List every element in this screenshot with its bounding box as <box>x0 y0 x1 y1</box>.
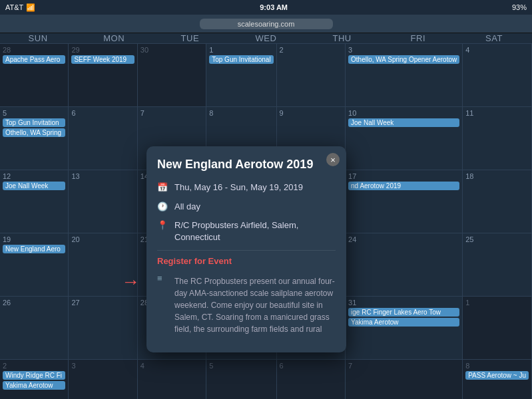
date-9: 9 <box>280 109 342 117</box>
cal-cell-7b[interactable]: 7 <box>346 360 463 399</box>
cal-cell-6b[interactable]: 6 <box>277 360 346 399</box>
cal-cell-4b[interactable]: 4 <box>138 360 206 399</box>
date-4: 4 <box>465 46 529 54</box>
popup-date-row: 📅 Thu, May 16 - Sun, May 19, 2019 <box>157 182 336 194</box>
cal-cell-29a[interactable]: 29 SEFF Week 2019 <box>69 44 137 107</box>
event-apache-pass[interactable]: Apache Pass Aero <box>3 55 65 64</box>
cal-cell-18[interactable]: 18 <box>463 170 532 233</box>
popup-time-row: 🕐 All day <box>157 201 336 213</box>
popup-date: Thu, May 16 - Sun, May 19, 2019 <box>174 182 303 194</box>
event-othello-5[interactable]: Othello, WA Spring <box>3 128 65 137</box>
status-bar: AT&T 📶 9:03 AM 93% <box>0 0 532 15</box>
register-arrow: → <box>121 271 140 293</box>
cal-cell-3b[interactable]: 3 <box>69 360 137 399</box>
cal-cell-5[interactable]: 5 Top Gun Invitation Othello, WA Spring <box>0 107 69 170</box>
event-new-england-19[interactable]: New England Aero <box>3 245 65 253</box>
header-fri: Fri <box>380 33 456 43</box>
date-10: 10 <box>348 109 459 117</box>
address-bar: scalesoaring.com <box>0 15 532 33</box>
date-7b: 7 <box>348 362 459 370</box>
cal-cell-6[interactable]: 6 <box>69 107 137 170</box>
date-17: 17 <box>348 172 459 180</box>
popup-description: The RC Propbusters present our annual fo… <box>174 275 336 335</box>
url-field[interactable]: scalesoaring.com <box>200 19 333 29</box>
date-3: 3 <box>348 46 459 54</box>
cal-cell-10[interactable]: 10 Joe Nall Week <box>346 107 463 170</box>
status-time: 9:03 AM <box>260 3 288 11</box>
event-top-gun-inv[interactable]: Top Gun Invitational <box>209 55 273 64</box>
date-2b: 2 <box>3 362 65 370</box>
status-left: AT&T 📶 <box>5 3 35 12</box>
date-18: 18 <box>465 172 529 180</box>
event-yakima-2[interactable]: Yakima Aerotow <box>3 381 65 390</box>
cal-cell-17[interactable]: 17 nd Aerotow 2019 <box>346 170 463 233</box>
date-12: 12 <box>3 172 65 180</box>
cal-cell-30a[interactable]: 30 <box>138 44 206 107</box>
cal-cell-1b[interactable]: 1 <box>463 297 532 360</box>
header-sat: Sat <box>456 33 532 43</box>
carrier-label: AT&T <box>5 3 23 11</box>
event-yakima-31[interactable]: Yakima Aerotow <box>348 318 459 327</box>
date-5b: 5 <box>209 362 273 370</box>
cal-cell-25[interactable]: 25 <box>463 233 532 297</box>
cal-cell-27[interactable]: 27 <box>69 297 137 360</box>
cal-cell-26[interactable]: 26 <box>0 297 69 360</box>
date-1b: 1 <box>465 299 529 307</box>
event-aerotow-17[interactable]: nd Aerotow 2019 <box>348 182 459 190</box>
cal-cell-5b[interactable]: 5 <box>206 360 276 399</box>
cal-cell-2[interactable]: 2 <box>277 44 346 107</box>
date-27: 27 <box>71 299 134 307</box>
cal-cell-24[interactable]: 24 <box>346 233 463 297</box>
location-icon: 📍 <box>157 220 169 230</box>
status-right: 93% <box>512 3 527 11</box>
header-sun: Sun <box>0 33 76 43</box>
clock-icon: 🕐 <box>157 201 169 211</box>
cal-cell-1[interactable]: 1 Top Gun Invitational <box>206 44 276 107</box>
date-30a: 30 <box>140 46 203 54</box>
date-4b: 4 <box>140 362 203 370</box>
wifi-icon: 📶 <box>26 3 35 12</box>
cal-cell-19[interactable]: 19 New England Aero <box>0 233 69 297</box>
date-24: 24 <box>348 235 459 243</box>
date-29a: 29 <box>71 46 134 54</box>
date-5: 5 <box>3 109 65 117</box>
date-1: 1 <box>209 46 273 54</box>
header-thu: Thu <box>304 33 380 43</box>
cal-cell-4[interactable]: 4 <box>463 44 532 107</box>
event-seff[interactable]: SEFF Week 2019 <box>71 55 134 64</box>
event-joe-nall-12[interactable]: Joe Nall Week <box>3 182 65 190</box>
event-pass-aerotow[interactable]: PASS Aerotow ~ Ju <box>465 371 529 380</box>
cal-cell-28a[interactable]: 28 Apache Pass Aero <box>0 44 69 107</box>
event-finger-lakes[interactable]: ige RC Finger Lakes Aero Tow <box>348 308 459 317</box>
popup-register-row[interactable]: Register for Event <box>157 256 336 266</box>
battery-label: 93% <box>512 3 527 11</box>
date-28a: 28 <box>3 46 65 54</box>
date-13: 13 <box>71 172 134 180</box>
date-19: 19 <box>3 235 65 243</box>
event-top-gun-5[interactable]: Top Gun Invitation <box>3 118 65 127</box>
cal-cell-8b[interactable]: 8 PASS Aerotow ~ Ju <box>463 360 532 399</box>
event-joe-nall-10[interactable]: Joe Nall Week <box>348 118 459 127</box>
cal-cell-11[interactable]: 11 <box>463 107 532 170</box>
calendar-icon: 📅 <box>157 182 169 192</box>
event-windy-ridge[interactable]: Windy Ridge RC Fi <box>3 371 65 380</box>
description-icon: ≡ <box>157 273 169 283</box>
popup-desc-row: ≡ The RC Propbusters present our annual … <box>157 273 336 335</box>
date-11: 11 <box>465 109 529 117</box>
cal-cell-2b[interactable]: 2 Windy Ridge RC Fi Yakima Aerotow <box>0 360 69 399</box>
cal-cell-31[interactable]: 31 ige RC Finger Lakes Aero Tow Yakima A… <box>346 297 463 360</box>
cal-cell-13[interactable]: 13 <box>69 170 137 233</box>
event-popup: × New England Aerotow 2019 📅 Thu, May 16… <box>146 146 346 352</box>
popup-location: R/C Propbusters Airfield, Salem, Connect… <box>174 219 336 243</box>
date-6b: 6 <box>280 362 342 370</box>
popup-title: New England Aerotow 2019 <box>157 157 336 172</box>
date-26: 26 <box>3 299 65 307</box>
popup-close-button[interactable]: × <box>326 153 340 166</box>
cal-cell-3[interactable]: 3 Othello, WA Spring Opener Aerotow <box>346 44 463 107</box>
date-8: 8 <box>209 109 273 117</box>
popup-register-link[interactable]: Register for Event <box>157 256 232 266</box>
cal-cell-12[interactable]: 12 Joe Nall Week <box>0 170 69 233</box>
event-othello[interactable]: Othello, WA Spring Opener Aerotow <box>348 55 459 64</box>
day-headers: Sun Mon Tue Wed Thu Fri Sat <box>0 33 532 44</box>
date-31: 31 <box>348 299 459 307</box>
